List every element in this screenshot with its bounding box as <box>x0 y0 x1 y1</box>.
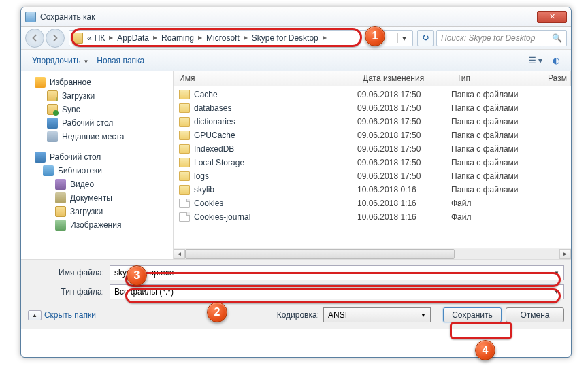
folder-icon <box>179 185 190 195</box>
new-folder-button[interactable]: Новая папка <box>93 53 148 68</box>
h-scrollbar[interactable]: ◄ ► <box>174 248 571 259</box>
file-row[interactable]: Cache09.06.2018 17:50Папка с файлами <box>174 88 571 101</box>
scroll-left-button[interactable]: ◄ <box>174 249 185 259</box>
save-as-dialog: Сохранить как ✕ « ПК▶ AppData▶ Roaming▶ … <box>20 7 572 358</box>
forward-button[interactable] <box>46 29 65 48</box>
file-row[interactable]: Cookies10.06.2018 1:16Файл <box>174 197 571 210</box>
breadcrumb[interactable]: Skype for Desktop <box>250 33 320 43</box>
col-date[interactable]: Дата изменения <box>357 71 451 86</box>
chevron-right-icon: ▶ <box>150 35 160 41</box>
file-row[interactable]: skylib10.06.2018 0:16Папка с файлами <box>174 183 571 197</box>
documents-icon <box>55 192 66 203</box>
file-name: Local Storage <box>194 158 357 167</box>
sidebar-item-video[interactable]: Видео <box>22 178 172 191</box>
file-type: Папка с файлами <box>451 185 542 195</box>
file-type: Папка с файлами <box>451 90 542 99</box>
sidebar-item-pictures[interactable]: Изображения <box>22 218 172 232</box>
bottom-panel: Имя файла: skype-setup.exe▼ Тип файла: В… <box>21 259 571 329</box>
file-type: Папка с файлами <box>451 144 542 154</box>
sidebar-item-desktop[interactable]: Рабочий стол <box>22 116 172 130</box>
file-row[interactable]: logs09.06.2018 17:50Папка с файлами <box>174 169 571 183</box>
chevron-right-icon: ▶ <box>241 35 250 41</box>
address-dropdown[interactable]: ▾ <box>397 33 410 43</box>
file-icon <box>179 199 190 208</box>
file-date: 10.06.2018 0:16 <box>357 185 451 195</box>
breadcrumb[interactable]: ПК <box>93 33 107 43</box>
search-icon: 🔍 <box>552 33 562 43</box>
save-button[interactable]: Сохранить <box>443 307 502 322</box>
sidebar-item-downloads[interactable]: Загрузки <box>22 89 172 103</box>
dropdown-icon[interactable]: ▼ <box>554 289 559 295</box>
file-row[interactable]: GPUCache09.06.2018 17:50Папка с файлами <box>174 129 571 142</box>
folder-icon <box>179 117 190 127</box>
file-row[interactable]: IndexedDB09.06.2018 17:50Папка с файлами <box>174 142 571 156</box>
view-options-button[interactable]: ☰ ▾ <box>527 54 544 67</box>
help-button[interactable]: ◐ <box>548 54 564 67</box>
address-bar[interactable]: « ПК▶ AppData▶ Roaming▶ Microsoft▶ Skype… <box>69 30 413 46</box>
refresh-button[interactable]: ↻ <box>417 30 434 46</box>
search-input[interactable]: Поиск: Skype for Desktop 🔍 <box>436 30 567 46</box>
back-button[interactable] <box>25 29 44 48</box>
breadcrumb[interactable]: Roaming <box>160 33 195 43</box>
sidebar-item-documents[interactable]: Документы <box>22 191 172 205</box>
file-name: Cache <box>194 90 357 99</box>
file-type: Файл <box>451 199 542 208</box>
sidebar-item-downloads2[interactable]: Загрузки <box>22 205 172 218</box>
sidebar-item-recent[interactable]: Недавние места <box>22 130 172 144</box>
file-row[interactable]: databases09.06.2018 17:50Папка с файлами <box>174 101 571 115</box>
col-size[interactable]: Разм <box>542 71 571 86</box>
cancel-button[interactable]: Отмена <box>506 307 564 322</box>
window-icon <box>25 12 36 22</box>
filetype-select[interactable]: Все файлы (*.*)▼ <box>110 284 564 299</box>
file-row[interactable]: dictionaries09.06.2018 17:50Папка с файл… <box>174 115 571 129</box>
file-name: IndexedDB <box>194 144 357 154</box>
col-name[interactable]: Имя <box>174 71 357 86</box>
file-row[interactable]: Local Storage09.06.2018 17:50Папка с фай… <box>174 156 571 169</box>
crumb-prefix: « <box>86 33 93 43</box>
breadcrumb[interactable]: AppData <box>116 33 150 43</box>
file-type: Файл <box>451 212 542 222</box>
dropdown-icon[interactable]: ▼ <box>421 312 426 318</box>
file-date: 09.06.2018 17:50 <box>357 117 451 127</box>
file-date: 10.06.2018 1:16 <box>357 199 451 208</box>
folder-icon <box>179 171 190 181</box>
chevron-right-icon: ▶ <box>106 35 116 41</box>
recent-icon <box>47 131 58 142</box>
filetype-label: Тип файла: <box>28 287 110 297</box>
folder-icon <box>179 144 190 154</box>
file-date: 09.06.2018 17:50 <box>357 103 451 113</box>
sidebar-libraries[interactable]: Библиотеки <box>22 164 172 178</box>
chevron-right-icon: ▶ <box>195 35 205 41</box>
scroll-track[interactable] <box>185 249 559 259</box>
encoding-select[interactable]: ANSI▼ <box>323 307 431 322</box>
sidebar-desktop[interactable]: Рабочий стол <box>22 150 172 164</box>
scroll-right-button[interactable]: ► <box>559 249 571 259</box>
filename-input[interactable]: skype-setup.exe▼ <box>110 265 564 280</box>
file-date: 09.06.2018 17:50 <box>357 90 451 99</box>
file-name: Cookies <box>194 199 357 208</box>
file-row[interactable]: Cookies-journal10.06.2018 1:16Файл <box>174 210 571 224</box>
file-date: 09.06.2018 17:50 <box>357 131 451 140</box>
sidebar-favorites[interactable]: Избранное <box>22 75 172 89</box>
search-placeholder: Поиск: Skype for Desktop <box>441 33 535 43</box>
scroll-thumb[interactable] <box>185 249 455 259</box>
toolbar: Упорядочить▼ Новая папка ☰ ▾ ◐ <box>21 50 571 71</box>
close-button[interactable]: ✕ <box>537 11 567 23</box>
hide-folders-toggle[interactable]: Скрыть папки <box>28 310 96 320</box>
folder-icon <box>72 33 83 44</box>
filename-label: Имя файла: <box>28 268 110 278</box>
file-list: Cache09.06.2018 17:50Папка с файламиdata… <box>174 86 571 248</box>
file-date: 09.06.2018 17:50 <box>357 158 451 167</box>
file-date: 10.06.2018 1:16 <box>357 212 451 222</box>
organize-menu[interactable]: Упорядочить▼ <box>28 53 93 68</box>
titlebar: Сохранить как ✕ <box>21 7 571 27</box>
col-type[interactable]: Тип <box>451 71 542 86</box>
desktop-icon <box>47 118 58 129</box>
file-date: 09.06.2018 17:50 <box>357 171 451 181</box>
file-date: 09.06.2018 17:50 <box>357 144 451 154</box>
folder-icon <box>179 158 190 167</box>
downloads-icon <box>55 206 66 217</box>
sidebar-item-sync[interactable]: Sync <box>22 103 172 116</box>
dropdown-icon[interactable]: ▼ <box>554 270 559 276</box>
breadcrumb[interactable]: Microsoft <box>205 33 241 43</box>
